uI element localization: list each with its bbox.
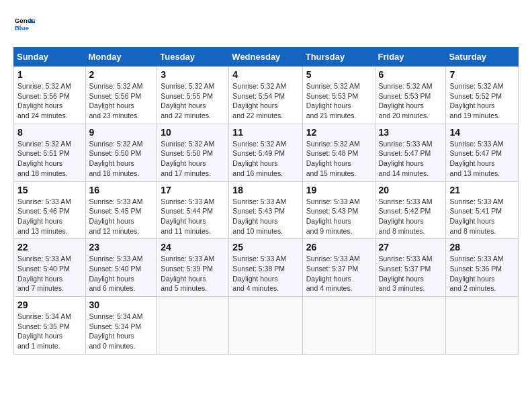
calendar-cell: 13 Sunrise: 5:33 AM Sunset: 5:47 PM Dayl… [375,124,446,181]
day-number: 8 [17,127,82,138]
day-info: Sunrise: 5:33 AM Sunset: 5:47 PM Dayligh… [449,139,515,179]
calendar-cell: 4 Sunrise: 5:32 AM Sunset: 5:54 PM Dayli… [229,66,302,124]
day-info: Sunrise: 5:34 AM Sunset: 5:35 PM Dayligh… [17,312,82,351]
svg-text:Blue: Blue [15,24,30,32]
day-info: Sunrise: 5:33 AM Sunset: 5:37 PM Dayligh… [379,254,443,293]
day-number: 4 [232,69,298,80]
calendar-header-friday: Friday [375,48,446,66]
calendar-cell: 10 Sunrise: 5:32 AM Sunset: 5:50 PM Dayl… [157,124,229,181]
calendar-header-monday: Monday [85,48,157,66]
calendar-header-sunday: Sunday [14,48,86,66]
calendar-cell: 30 Sunrise: 5:34 AM Sunset: 5:34 PM Dayl… [85,297,157,355]
calendar-cell: 14 Sunrise: 5:33 AM Sunset: 5:47 PM Dayl… [446,124,519,181]
day-info: Sunrise: 5:34 AM Sunset: 5:34 PM Dayligh… [89,312,154,351]
calendar-cell: 1 Sunrise: 5:32 AM Sunset: 5:56 PM Dayli… [14,66,86,124]
calendar-cell [229,297,302,355]
day-number: 17 [161,185,225,195]
calendar-header-saturday: Saturday [446,48,519,66]
day-number: 6 [379,69,443,80]
day-info: Sunrise: 5:32 AM Sunset: 5:49 PM Dayligh… [232,139,298,179]
calendar-header-wednesday: Wednesday [229,48,302,66]
day-info: Sunrise: 5:33 AM Sunset: 5:43 PM Dayligh… [232,197,298,236]
calendar-header-tuesday: Tuesday [157,48,229,66]
day-number: 7 [449,69,515,80]
day-number: 20 [379,185,443,195]
day-number: 1 [17,69,82,80]
calendar-cell: 20 Sunrise: 5:33 AM Sunset: 5:42 PM Dayl… [375,181,446,239]
calendar-cell: 7 Sunrise: 5:32 AM Sunset: 5:52 PM Dayli… [446,66,519,124]
day-number: 25 [232,242,298,253]
day-info: Sunrise: 5:33 AM Sunset: 5:44 PM Dayligh… [161,197,225,236]
day-number: 12 [306,127,371,138]
calendar-cell: 24 Sunrise: 5:33 AM Sunset: 5:39 PM Dayl… [157,239,229,297]
day-number: 3 [161,69,225,80]
day-info: Sunrise: 5:32 AM Sunset: 5:56 PM Dayligh… [17,81,82,121]
calendar-cell: 9 Sunrise: 5:32 AM Sunset: 5:50 PM Dayli… [85,124,157,181]
calendar-cell: 23 Sunrise: 5:33 AM Sunset: 5:40 PM Dayl… [85,239,157,297]
calendar-cell: 16 Sunrise: 5:33 AM Sunset: 5:45 PM Dayl… [85,181,157,239]
day-number: 15 [17,185,82,195]
calendar-cell [446,297,519,355]
calendar-cell: 5 Sunrise: 5:32 AM Sunset: 5:53 PM Dayli… [302,66,375,124]
day-number: 19 [306,185,371,195]
calendar-cell: 15 Sunrise: 5:33 AM Sunset: 5:46 PM Dayl… [14,181,86,239]
calendar-cell [302,297,375,355]
day-number: 16 [89,185,154,195]
calendar-cell: 19 Sunrise: 5:33 AM Sunset: 5:43 PM Dayl… [302,181,375,239]
calendar-cell [375,297,446,355]
day-number: 23 [89,242,154,253]
calendar-cell: 18 Sunrise: 5:33 AM Sunset: 5:43 PM Dayl… [229,181,302,239]
logo: General Blue [13,13,38,35]
day-info: Sunrise: 5:33 AM Sunset: 5:47 PM Dayligh… [379,139,443,179]
day-info: Sunrise: 5:32 AM Sunset: 5:56 PM Dayligh… [89,81,154,121]
day-number: 30 [89,300,154,310]
calendar-cell: 28 Sunrise: 5:33 AM Sunset: 5:36 PM Dayl… [446,239,519,297]
day-info: Sunrise: 5:33 AM Sunset: 5:43 PM Dayligh… [306,197,371,236]
calendar-header-thursday: Thursday [302,48,375,66]
day-info: Sunrise: 5:33 AM Sunset: 5:36 PM Dayligh… [449,254,515,293]
day-number: 28 [449,242,515,253]
day-number: 29 [17,300,82,310]
day-number: 21 [449,185,515,195]
day-info: Sunrise: 5:32 AM Sunset: 5:53 PM Dayligh… [306,81,371,121]
day-info: Sunrise: 5:32 AM Sunset: 5:50 PM Dayligh… [89,139,154,179]
day-info: Sunrise: 5:32 AM Sunset: 5:54 PM Dayligh… [232,81,298,121]
day-number: 24 [161,242,225,253]
calendar-cell: 27 Sunrise: 5:33 AM Sunset: 5:37 PM Dayl… [375,239,446,297]
day-number: 2 [89,69,154,80]
calendar-cell: 3 Sunrise: 5:32 AM Sunset: 5:55 PM Dayli… [157,66,229,124]
day-number: 26 [306,242,371,253]
day-info: Sunrise: 5:32 AM Sunset: 5:53 PM Dayligh… [379,81,443,121]
calendar-cell: 26 Sunrise: 5:33 AM Sunset: 5:37 PM Dayl… [302,239,375,297]
day-info: Sunrise: 5:32 AM Sunset: 5:52 PM Dayligh… [449,81,515,121]
calendar-cell [157,297,229,355]
calendar-cell: 11 Sunrise: 5:32 AM Sunset: 5:49 PM Dayl… [229,124,302,181]
calendar-cell: 6 Sunrise: 5:32 AM Sunset: 5:53 PM Dayli… [375,66,446,124]
day-number: 14 [449,127,515,138]
day-number: 11 [232,127,298,138]
day-info: Sunrise: 5:32 AM Sunset: 5:48 PM Dayligh… [306,139,371,179]
calendar-cell: 22 Sunrise: 5:33 AM Sunset: 5:40 PM Dayl… [14,239,86,297]
day-number: 13 [379,127,443,138]
day-number: 5 [306,69,371,80]
day-info: Sunrise: 5:33 AM Sunset: 5:46 PM Dayligh… [17,197,82,236]
calendar-cell: 8 Sunrise: 5:32 AM Sunset: 5:51 PM Dayli… [14,124,86,181]
calendar-cell: 12 Sunrise: 5:32 AM Sunset: 5:48 PM Dayl… [302,124,375,181]
day-number: 22 [17,242,82,253]
day-info: Sunrise: 5:33 AM Sunset: 5:37 PM Dayligh… [306,254,371,293]
calendar-cell: 29 Sunrise: 5:34 AM Sunset: 5:35 PM Dayl… [14,297,86,355]
day-number: 18 [232,185,298,195]
day-number: 9 [89,127,154,138]
calendar-table: SundayMondayTuesdayWednesdayThursdayFrid… [13,47,519,355]
day-info: Sunrise: 5:33 AM Sunset: 5:45 PM Dayligh… [89,197,154,236]
calendar-cell: 17 Sunrise: 5:33 AM Sunset: 5:44 PM Dayl… [157,181,229,239]
day-info: Sunrise: 5:33 AM Sunset: 5:40 PM Dayligh… [89,254,154,293]
day-info: Sunrise: 5:32 AM Sunset: 5:55 PM Dayligh… [161,81,225,121]
day-info: Sunrise: 5:33 AM Sunset: 5:41 PM Dayligh… [449,197,515,236]
day-info: Sunrise: 5:33 AM Sunset: 5:40 PM Dayligh… [17,254,82,293]
day-number: 27 [379,242,443,253]
calendar-cell: 25 Sunrise: 5:33 AM Sunset: 5:38 PM Dayl… [229,239,302,297]
day-info: Sunrise: 5:33 AM Sunset: 5:42 PM Dayligh… [379,197,443,236]
day-number: 10 [161,127,225,138]
day-info: Sunrise: 5:33 AM Sunset: 5:39 PM Dayligh… [161,254,225,293]
